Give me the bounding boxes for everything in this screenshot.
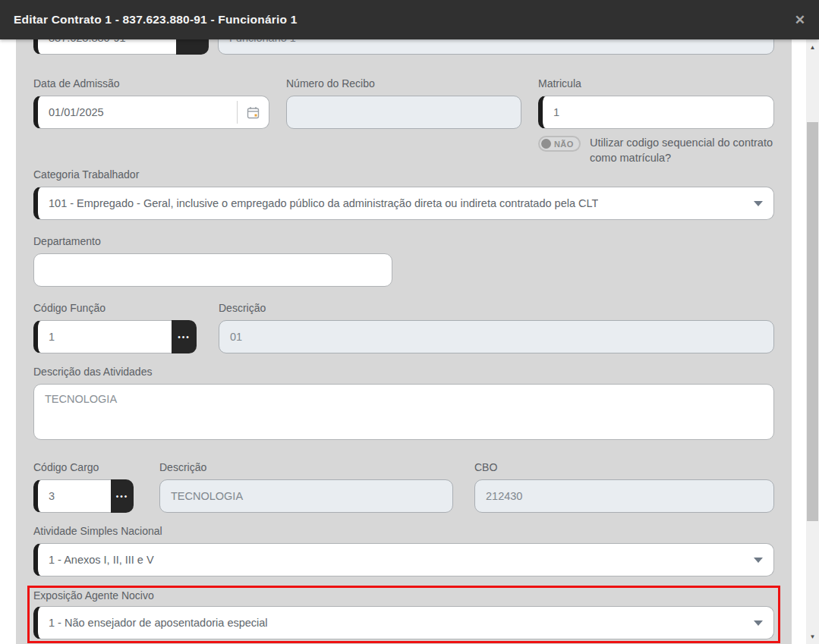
worker-category-value: 101 - Empregado - Geral, inclusive o emp… — [49, 197, 598, 209]
toggle-state-label: NÃO — [554, 140, 574, 149]
function-code-label: Código Função — [33, 302, 197, 314]
harmful-agent-value: 1 - Não ensejador de aposentadoria espec… — [49, 617, 268, 629]
row-simples-activity: Atividade Simples Nacional 1 - Anexos I,… — [33, 525, 774, 576]
function-code-lookup-button[interactable]: ••• — [172, 320, 197, 353]
harmful-agent-highlight-box: Exposição Agente Nocivo 1 - Não ensejado… — [27, 586, 780, 643]
position-description-field — [159, 479, 453, 513]
department-input[interactable] — [33, 253, 392, 287]
row-position: Código Cargo ••• Descrição CBO — [33, 461, 774, 513]
modal-header: Editar Contrato 1 - 837.623.880-91 - Fun… — [0, 0, 819, 39]
employee-name-field — [218, 39, 774, 55]
toggle-question-text: Utilizar codigo sequencial do contrato c… — [590, 135, 775, 165]
simples-activity-label: Atividade Simples Nacional — [33, 525, 774, 537]
cbo-field — [474, 479, 774, 513]
chevron-down-icon — [754, 201, 763, 206]
position-code-label: Código Cargo — [33, 461, 134, 473]
worker-category-label: Categoria Trabalhador — [33, 168, 774, 181]
admission-date-input[interactable] — [49, 106, 237, 118]
receipt-number-label: Número do Recibo — [286, 77, 521, 90]
modal-title: Editar Contrato 1 - 837.623.880-91 - Fun… — [14, 13, 298, 27]
scroll-up-icon[interactable]: ▲ — [806, 41, 819, 53]
registration-label: Matricula — [538, 77, 774, 90]
row-activities: Descrição das Atividades TECNOLOGIA — [33, 366, 774, 443]
registration-input[interactable] — [538, 96, 774, 129]
row-contract-code: ••• — [33, 39, 774, 55]
calendar-icon[interactable] — [237, 101, 269, 124]
position-description-label: Descrição — [159, 461, 453, 473]
row-admission: Data de Admissão Número do Recibo — [33, 77, 774, 129]
activities-description-textarea[interactable]: TECNOLOGIA — [33, 384, 774, 440]
cbo-label: CBO — [474, 461, 774, 473]
close-icon[interactable]: ✕ — [792, 11, 808, 30]
worker-category-select[interactable]: 101 - Empregado - Geral, inclusive o emp… — [33, 187, 774, 220]
function-description-label: Descrição — [219, 302, 774, 314]
toggle-knob-icon — [541, 139, 551, 149]
position-code-input[interactable] — [33, 479, 111, 513]
simples-activity-value: 1 - Anexos I, II, III e V — [49, 554, 154, 566]
row-department: Departamento — [33, 235, 774, 287]
chevron-down-icon — [754, 620, 763, 626]
activities-description-label: Descrição das Atividades — [33, 366, 774, 378]
harmful-agent-label: Exposição Agente Nocivo — [33, 589, 774, 602]
row-worker-category: Categoria Trabalhador 101 - Empregado - … — [33, 168, 774, 220]
admission-date-label: Data de Admissão — [33, 77, 269, 90]
scroll-down-icon[interactable]: ▼ — [806, 630, 819, 642]
receipt-number-field — [286, 96, 521, 129]
row-function: Código Função ••• Descrição — [33, 302, 774, 353]
scrollbar[interactable]: ▲ ▼ — [806, 39, 819, 644]
contract-code-lookup-button[interactable]: ••• — [176, 39, 209, 55]
contract-form-panel: ••• Data de Admissão Núme — [16, 39, 792, 644]
department-label: Departamento — [33, 235, 774, 247]
contract-code-input[interactable] — [33, 39, 176, 55]
position-code-lookup-button[interactable]: ••• — [111, 479, 134, 513]
scrollbar-thumb[interactable] — [807, 122, 818, 521]
admission-date-field[interactable] — [33, 96, 269, 129]
sequential-code-toggle-row: NÃO Utilizar codigo sequencial do contra… — [538, 135, 775, 165]
harmful-agent-select[interactable]: 1 - Não ensejador de aposentadoria espec… — [33, 606, 774, 639]
simples-activity-select[interactable]: 1 - Anexos I, II, III e V — [33, 543, 774, 576]
function-code-input[interactable] — [33, 320, 172, 353]
function-description-field — [219, 320, 774, 353]
chevron-down-icon — [754, 558, 763, 563]
sequential-code-toggle[interactable]: NÃO — [538, 136, 581, 152]
